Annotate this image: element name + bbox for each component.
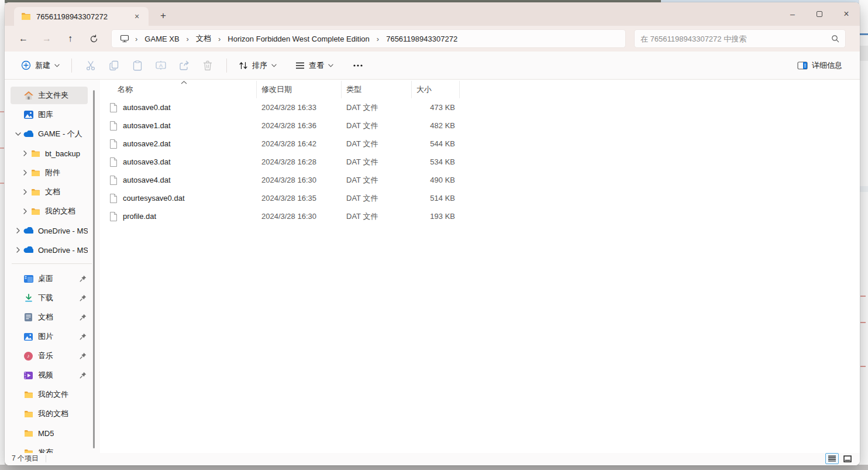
file-name: profile.dat <box>123 212 156 221</box>
crumb-separator: › <box>134 35 139 43</box>
chevron-down-icon <box>328 64 333 67</box>
up-button[interactable]: ↑ <box>58 29 82 49</box>
sort-button[interactable]: 排序 <box>234 57 281 74</box>
file-row[interactable]: autosave0.dat 2024/3/28 16:33 DAT 文件 473… <box>100 98 860 116</box>
sidebar-item-onedrive-game[interactable]: GAME - 个人 <box>11 125 88 143</box>
sidebar-item-documents[interactable]: 文档 <box>11 308 88 326</box>
file-row[interactable]: profile.dat 2024/3/28 16:30 DAT 文件 193 K… <box>100 207 860 225</box>
folder-icon <box>30 208 40 215</box>
chevron-down-icon <box>271 64 277 67</box>
sidebar-item-music[interactable]: ♪ 音乐 <box>11 347 88 365</box>
file-name: courtesysave0.dat <box>123 194 185 203</box>
file-row[interactable]: autosave3.dat 2024/3/28 16:28 DAT 文件 534… <box>100 153 860 171</box>
new-tab-button[interactable]: + <box>154 7 172 25</box>
crumb-documents[interactable]: 文档 <box>192 32 215 46</box>
search-input[interactable] <box>640 35 831 43</box>
close-button[interactable]: × <box>833 2 860 26</box>
file-modified: 2024/3/28 16:42 <box>257 139 342 148</box>
details-view-toggle[interactable] <box>825 453 839 464</box>
file-row[interactable]: autosave4.dat 2024/3/28 16:30 DAT 文件 490… <box>100 171 860 189</box>
crumb-current-folder[interactable]: 76561198943307272 <box>383 33 461 45</box>
titlebar-drag-area <box>172 2 779 26</box>
documents-icon <box>23 313 33 321</box>
maximize-button[interactable] <box>806 2 833 26</box>
new-button[interactable]: 新建 <box>16 57 64 74</box>
svg-text:A: A <box>159 63 163 68</box>
chevron-right-icon[interactable] <box>23 170 27 176</box>
sidebar-item-desktop[interactable]: 桌面 <box>11 270 88 287</box>
rename-button[interactable]: A <box>149 56 173 76</box>
sidebar-item-downloads[interactable]: 下载 <box>11 289 88 307</box>
file-name: autosave0.dat <box>123 103 171 112</box>
sidebar-item-documents-onedrive[interactable]: 文档 <box>11 183 88 201</box>
sidebar-item-onedrive-ms-1[interactable]: OneDrive - MS <box>11 222 88 239</box>
share-button[interactable] <box>173 56 196 76</box>
sidebar-item-home[interactable]: 主文件夹 <box>11 87 88 104</box>
paste-button[interactable] <box>126 56 149 76</box>
column-header-size[interactable]: 大小 <box>412 81 460 98</box>
sidebar-item-my-documents[interactable]: 我的文档 <box>11 405 88 423</box>
chevron-down-icon[interactable] <box>15 132 21 136</box>
folder-icon <box>23 449 33 454</box>
minimize-button[interactable]: – <box>779 2 806 26</box>
file-size: 482 KB <box>412 121 460 130</box>
sidebar-item-pictures[interactable]: 图片 <box>11 328 88 345</box>
file-size: 490 KB <box>412 176 460 184</box>
sidebar-item-attachments[interactable]: 附件 <box>11 164 88 181</box>
crumb-game-xb[interactable]: GAME XB <box>141 33 182 45</box>
chevron-right-icon[interactable] <box>23 189 27 195</box>
toolbar-divider <box>71 59 72 73</box>
column-header-modified[interactable]: 修改日期 <box>257 81 342 98</box>
file-row[interactable]: autosave1.dat 2024/3/28 16:36 DAT 文件 482… <box>100 116 860 135</box>
column-header-type[interactable]: 类型 <box>342 81 412 98</box>
sidebar-item-onedrive-ms-2[interactable]: OneDrive - MS <box>11 241 88 259</box>
command-toolbar: 新建 A <box>5 52 860 80</box>
details-pane-button[interactable]: 详细信息 <box>793 57 847 74</box>
tab-close-button[interactable]: × <box>131 11 143 22</box>
forward-button[interactable]: → <box>35 29 58 49</box>
sidebar-item-md5[interactable]: MD5 <box>11 424 88 442</box>
file-icon <box>109 157 118 167</box>
crumb-game-folder[interactable]: Horizon Forbidden West Complete Edition <box>224 33 373 45</box>
search-icon <box>831 35 839 43</box>
details-pane-icon <box>797 61 808 70</box>
folder-icon <box>21 12 31 20</box>
copy-icon <box>109 60 119 71</box>
folder-icon <box>23 391 33 399</box>
sidebar-item-clipped[interactable]: 发布 <box>11 444 88 453</box>
delete-button[interactable] <box>196 56 219 76</box>
file-row[interactable]: autosave2.dat 2024/3/28 16:42 DAT 文件 544… <box>100 135 860 153</box>
cut-button[interactable] <box>79 56 102 76</box>
sidebar-item-my-files[interactable]: 我的文件 <box>11 386 88 403</box>
trash-icon <box>203 60 212 71</box>
file-icon <box>109 176 118 185</box>
search-box[interactable] <box>634 29 846 48</box>
crumb-separator: › <box>376 35 380 43</box>
more-options-button[interactable] <box>346 56 370 76</box>
sidebar-item-bt-backup[interactable]: bt_backup <box>11 145 88 162</box>
chevron-right-icon[interactable] <box>23 150 27 156</box>
refresh-button[interactable] <box>82 29 105 49</box>
column-header-name[interactable]: 名称 <box>100 81 257 98</box>
back-button[interactable]: ← <box>12 29 35 49</box>
plus-circle-icon <box>21 60 31 70</box>
refresh-icon <box>89 35 98 43</box>
sort-icon <box>239 61 248 70</box>
copy-button[interactable] <box>102 56 126 76</box>
large-icons-view-toggle[interactable] <box>841 453 854 464</box>
file-size: 534 KB <box>412 157 460 166</box>
chevron-right-icon[interactable] <box>23 208 27 214</box>
file-row[interactable]: courtesysave0.dat 2024/3/28 16:35 DAT 文件… <box>100 189 860 207</box>
chevron-right-icon[interactable] <box>16 247 20 253</box>
explorer-tab[interactable]: 76561198943307272 × <box>14 7 149 26</box>
chevron-right-icon[interactable] <box>16 228 20 234</box>
sidebar-item-videos[interactable]: 视频 <box>11 366 88 384</box>
sidebar-scrollbar[interactable] <box>93 90 95 448</box>
pin-icon <box>80 333 87 340</box>
view-button[interactable]: 查看 <box>291 57 338 74</box>
sidebar-item-gallery[interactable]: 图库 <box>11 106 88 123</box>
sidebar-item-my-documents-onedrive[interactable]: 我的文档 <box>11 203 88 220</box>
breadcrumb[interactable]: › GAME XB › 文档 › Horizon Forbidden West … <box>111 29 626 48</box>
file-name: autosave2.dat <box>123 139 171 148</box>
desktop-icon <box>23 275 33 283</box>
